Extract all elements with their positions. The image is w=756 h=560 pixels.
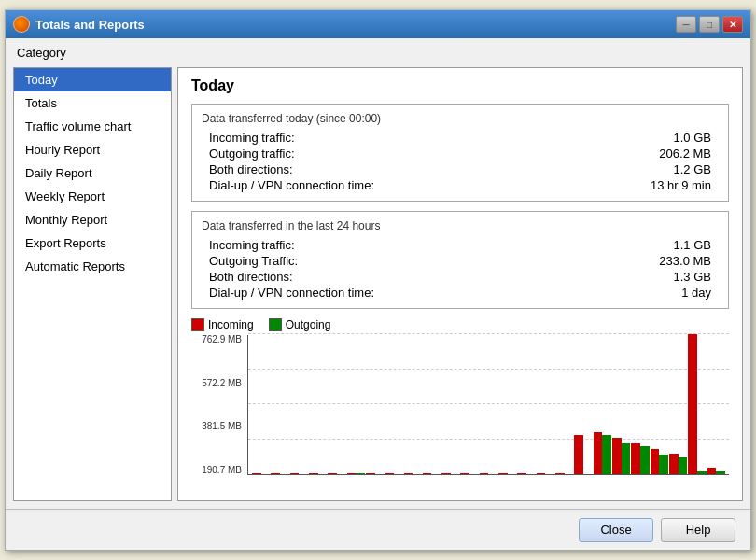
bar-group: [309, 473, 327, 475]
bar-incoming: [669, 454, 679, 475]
x-axis-label: 14: [267, 499, 286, 501]
data-row: Outgoing traffic:206.2 MB: [202, 146, 719, 161]
main-window: Totals and Reports ─ □ ✕ Category TodayT…: [5, 9, 751, 551]
today-group-title: Data transferred today (since 00:00): [202, 112, 719, 125]
bar-incoming: [366, 473, 375, 475]
x-axis-label: 02: [497, 499, 515, 501]
bar-incoming: [423, 473, 432, 475]
data-row: Outgoing Traffic:233.0 MB: [202, 253, 719, 269]
data-row: Both directions:1.2 GB: [202, 161, 719, 177]
content-area: TodayTotalsTraffic volume chartHourly Re…: [13, 67, 743, 501]
bar-outgoing: [716, 471, 725, 474]
sidebar-item-export-reports[interactable]: Export Reports: [14, 231, 171, 255]
data-row: Incoming traffic:1.0 GB: [202, 130, 719, 146]
x-axis-label: 17: [324, 499, 343, 501]
minimize-button[interactable]: ─: [676, 16, 696, 33]
x-axis-label: 18: [343, 499, 362, 501]
x-axis-label: 01: [477, 499, 496, 501]
y-axis-label: 381.5 MB: [202, 422, 242, 431]
bar-incoming: [594, 432, 603, 474]
help-button[interactable]: Help: [661, 518, 735, 542]
window-body: Category TodayTotalsTraffic volume chart…: [6, 38, 750, 509]
bar-incoming: [707, 468, 717, 475]
chart-area: 190.7 MB381.5 MB572.2 MB762.9 MB: [191, 335, 729, 497]
legend-outgoing: Outgoing: [269, 318, 331, 331]
bar-incoming: [651, 449, 660, 474]
main-panel: Today Data transferred today (since 00:0…: [177, 67, 743, 501]
bar-group: [517, 473, 535, 475]
x-axis-labels: 1314151617181920212223000102030405060708…: [191, 499, 729, 501]
x-axis-label: 08: [611, 499, 630, 501]
x-axis-label: 05: [553, 499, 572, 501]
sidebar-item-weekly-report[interactable]: Weekly Report: [14, 185, 171, 208]
window-title: Totals and Reports: [35, 18, 676, 32]
x-axis-label: 21: [400, 499, 419, 501]
x-axis-label: 07: [592, 499, 610, 501]
bar-outgoing: [622, 443, 631, 474]
x-axis-label: 11: [668, 499, 687, 501]
x-axis-label: 09: [630, 499, 649, 501]
bar-incoming: [252, 473, 261, 475]
sidebar-item-daily-report[interactable]: Daily Report: [14, 161, 171, 185]
bar-outgoing: [659, 455, 668, 474]
bar-group: [631, 443, 649, 474]
x-axis-label: 15: [286, 499, 304, 501]
legend-incoming: Incoming: [191, 318, 254, 331]
sidebar-item-traffic-volume-chart[interactable]: Traffic volume chart: [14, 115, 171, 138]
sidebar-item-today[interactable]: Today: [14, 68, 171, 91]
bar-group: [290, 473, 308, 475]
bar-incoming: [441, 473, 451, 475]
y-axis-labels: 190.7 MB381.5 MB572.2 MB762.9 MB: [191, 335, 245, 475]
bar-incoming: [631, 443, 640, 474]
chart-inner: [247, 335, 729, 475]
x-axis-label: 19: [362, 499, 381, 501]
close-window-button[interactable]: ✕: [722, 16, 743, 33]
bar-group: [651, 449, 668, 474]
bar-group: [252, 473, 270, 475]
data-row: Dial-up / VPN connection time:13 hr 9 mi…: [202, 177, 719, 193]
bottom-bar: Close Help: [6, 509, 750, 550]
sidebar-item-totals[interactable]: Totals: [14, 91, 171, 115]
last24-data-group: Data transferred in the last 24 hours In…: [191, 211, 729, 309]
page-title: Today: [191, 77, 729, 94]
close-button[interactable]: Close: [579, 518, 653, 542]
sidebar-item-automatic-reports[interactable]: Automatic Reports: [14, 255, 171, 278]
x-axis-label: 22: [420, 499, 439, 501]
today-data-group: Data transferred today (since 00:00) Inc…: [191, 104, 729, 202]
bar-incoming: [271, 473, 280, 475]
sidebar: TodayTotalsTraffic volume chartHourly Re…: [13, 67, 172, 501]
data-row: Dial-up / VPN connection time:1 day: [202, 285, 719, 301]
bar-group: [688, 334, 706, 474]
bar-incoming: [480, 473, 489, 475]
bar-group: [480, 473, 497, 475]
bar-group: [441, 473, 459, 475]
x-axis-label: 04: [535, 499, 553, 501]
data-row: Incoming traffic:1.1 GB: [202, 237, 719, 253]
title-bar: Totals and Reports ─ □ ✕: [6, 10, 750, 38]
sidebar-item-hourly-report[interactable]: Hourly Report: [14, 138, 171, 161]
bar-group: [385, 473, 402, 475]
bar-group: [328, 473, 345, 475]
bar-incoming: [537, 473, 546, 475]
bar-incoming: [385, 473, 394, 475]
gridline: [248, 333, 729, 334]
bar-group: [271, 473, 288, 475]
incoming-legend-box: [191, 318, 204, 331]
incoming-legend-label: Incoming: [208, 318, 254, 331]
bar-group: [612, 438, 630, 474]
bar-group: [707, 468, 725, 475]
chart-legend: Incoming Outgoing: [191, 318, 729, 331]
bar-group: [594, 432, 611, 474]
x-axis-label: 06: [573, 499, 592, 501]
bar-group: [460, 473, 478, 475]
sidebar-item-monthly-report[interactable]: Monthly Report: [14, 208, 171, 231]
bar-group: [404, 473, 422, 475]
bar-group: [574, 435, 592, 474]
bar-group: [347, 473, 365, 475]
bar-group: [423, 473, 441, 475]
x-axis-label: 12: [688, 499, 707, 501]
y-axis-label: 572.2 MB: [202, 379, 242, 388]
data-row: Both directions:1.3 GB: [202, 269, 719, 285]
restore-button[interactable]: □: [699, 16, 720, 33]
bar-group: [498, 473, 516, 475]
